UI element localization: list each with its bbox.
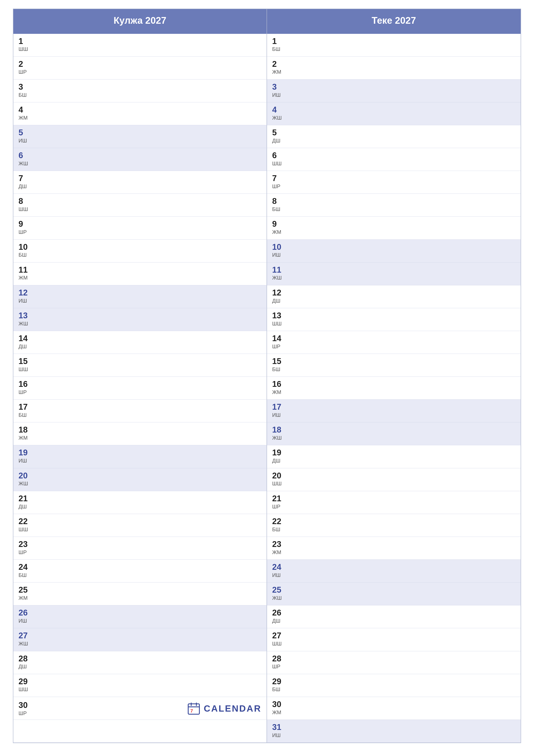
day-row-left-12: 12ИШ — [13, 285, 267, 308]
day-number-right-11: 11 — [272, 265, 516, 275]
day-number-left-16: 16 — [18, 380, 261, 389]
day-label-left-6: ЖШ — [18, 161, 261, 167]
day-number-right-6: 6 — [272, 151, 516, 160]
day-number-right-28: 28 — [272, 654, 516, 663]
day-row-right-5: 5ДШ — [267, 125, 521, 148]
day-row-right-22: 22БШ — [267, 514, 521, 537]
day-label-left-10: БШ — [18, 252, 261, 258]
day-number-left-14: 14 — [18, 334, 261, 343]
day-row-right-4: 4ЖШ — [267, 102, 521, 125]
day-row-right-10: 10ИШ — [267, 240, 521, 262]
day-label-left-25: ЖМ — [18, 595, 261, 601]
day-number-left-24: 24 — [18, 563, 261, 572]
day-number-right-21: 21 — [272, 494, 516, 503]
day-label-left-2: ШР — [18, 69, 261, 75]
day-label-left-4: ЖМ — [18, 115, 261, 121]
day-label-right-7: ШР — [272, 183, 516, 190]
day-label-right-24: ИШ — [272, 572, 516, 579]
day-number-right-4: 4 — [272, 105, 516, 115]
day-label-right-11: ЖШ — [272, 275, 516, 281]
day-label-right-8: БШ — [272, 206, 516, 212]
day-number-right-30: 30 — [272, 700, 516, 709]
day-number-right-19: 19 — [272, 448, 516, 457]
day-label-left-8: ШШ — [18, 206, 261, 212]
day-label-right-19: ДШ — [272, 458, 516, 464]
header-left: Кулжа 2027 — [13, 9, 267, 34]
day-row-left-29: 29ШШ — [13, 674, 267, 697]
day-label-left-30: ШР — [18, 710, 187, 716]
footer-logo: 7 CALENDAR — [187, 702, 261, 715]
day-label-right-9: ЖМ — [272, 229, 516, 235]
day-label-right-28: ШР — [272, 663, 516, 670]
day-row-left-28: 28ДШ — [13, 651, 267, 674]
day-row-left-17: 17БШ — [13, 399, 267, 422]
footer-row: 30ШР 7 CALENDAR — [13, 697, 267, 720]
day-label-left-28: ДШ — [18, 663, 261, 670]
day-row-right-13: 13ШШ — [267, 308, 521, 331]
day-label-right-13: ШШ — [272, 321, 516, 327]
day-row-right-27: 27ШШ — [267, 628, 521, 651]
day-row-right-19: 19ДШ — [267, 445, 521, 468]
day-number-left-27: 27 — [18, 631, 261, 640]
day-label-left-13: ЖШ — [18, 321, 261, 327]
day-number-left-8: 8 — [18, 197, 261, 206]
day-label-right-1: БШ — [272, 46, 516, 52]
day-row-left-7: 7ДШ — [13, 171, 267, 194]
day-label-right-16: ЖМ — [272, 389, 516, 395]
day-label-right-4: ЖШ — [272, 115, 516, 121]
day-row-left-23: 23ШР — [13, 537, 267, 560]
day-label-right-17: ИШ — [272, 412, 516, 418]
day-row-left-4: 4ЖМ — [13, 102, 267, 125]
day-label-left-23: ШР — [18, 549, 261, 555]
day-number-right-16: 16 — [272, 380, 516, 389]
day-label-right-12: ДШ — [272, 298, 516, 304]
day-number-left-10: 10 — [18, 243, 261, 252]
day-number-right-17: 17 — [272, 403, 516, 412]
empty-left — [13, 720, 267, 742]
day-number-right-15: 15 — [272, 357, 516, 366]
day-number-left-30: 30 — [18, 701, 187, 710]
day-label-right-15: БШ — [272, 366, 516, 373]
day-number-left-3: 3 — [18, 83, 261, 92]
day-number-right-13: 13 — [272, 311, 516, 320]
day-label-right-2: ЖМ — [272, 69, 516, 75]
day-row-right-18: 18ЖШ — [267, 422, 521, 445]
day-label-right-23: ЖМ — [272, 549, 516, 555]
day-number-left-19: 19 — [18, 448, 261, 457]
day-row-left-11: 11ЖМ — [13, 262, 267, 285]
day-number-left-23: 23 — [18, 540, 261, 549]
day-number-right-29: 29 — [272, 677, 516, 686]
day-row-right-23: 23ЖМ — [267, 537, 521, 560]
day-number-left-21: 21 — [18, 494, 261, 503]
day-label-left-9: ШР — [18, 229, 261, 235]
day-label-left-18: ЖМ — [18, 435, 261, 441]
day-row-right-6: 6ШШ — [267, 148, 521, 171]
day-row-right-17: 17ИШ — [267, 399, 521, 422]
day-row-left-22: 22ШШ — [13, 514, 267, 537]
day-label-right-5: ДШ — [272, 138, 516, 144]
day-label-right-25: ЖШ — [272, 595, 516, 601]
day-number-left-11: 11 — [18, 265, 261, 275]
day-row-left-15: 15ШШ — [13, 354, 267, 377]
day-number-right-8: 8 — [272, 197, 516, 206]
day-label-left-7: ДШ — [18, 183, 261, 190]
day-row-left-1: 1ШШ — [13, 34, 267, 57]
day-row-right-14: 14ШР — [267, 331, 521, 354]
day-row-right-25: 25ЖШ — [267, 582, 521, 606]
day-number-right-22: 22 — [272, 517, 516, 526]
day-number-right-1: 1 — [272, 37, 516, 46]
day-row-left-27: 27ЖШ — [13, 628, 267, 651]
day-number-right-5: 5 — [272, 128, 516, 137]
day-row-right-1: 1БШ — [267, 34, 521, 57]
day-row-right-29: 29БШ — [267, 674, 521, 697]
day-row-left-13: 13ЖШ — [13, 308, 267, 331]
day-row-right-2: 2ЖМ — [267, 57, 521, 80]
day-number-right-18: 18 — [272, 425, 516, 434]
day-row-right-7: 7ШР — [267, 171, 521, 194]
day-label-left-1: ШШ — [18, 46, 261, 52]
day-label-left-3: БШ — [18, 92, 261, 98]
day-row-left-14: 14ДШ — [13, 331, 267, 354]
day-row-left-10: 10БШ — [13, 240, 267, 262]
day-number-left-1: 1 — [18, 37, 261, 46]
day-label-left-15: ШШ — [18, 366, 261, 373]
